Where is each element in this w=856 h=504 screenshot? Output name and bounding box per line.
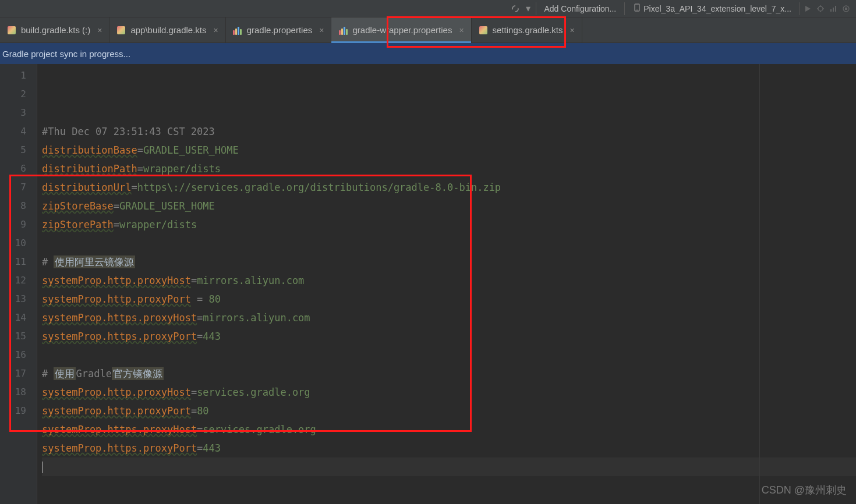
debug-icon[interactable] xyxy=(815,3,826,14)
line-number: 13 xyxy=(0,290,26,308)
code-line[interactable] xyxy=(42,234,856,253)
chevron-down-icon[interactable]: ▾ xyxy=(523,3,533,14)
gutter: 12345678910111213141516171819 xyxy=(0,64,37,504)
svg-point-1 xyxy=(637,9,638,10)
line-number: 14 xyxy=(0,308,26,327)
gradle-icon xyxy=(479,26,488,35)
svg-rect-7 xyxy=(845,8,847,10)
close-icon[interactable]: × xyxy=(457,26,466,35)
close-icon[interactable]: × xyxy=(317,26,326,35)
code-line[interactable] xyxy=(42,346,856,364)
code-line[interactable]: zipStorePath=wrapper/dists xyxy=(42,215,856,234)
close-icon[interactable]: × xyxy=(211,26,221,35)
code-line[interactable]: distributionBase=GRADLE_USER_HOME xyxy=(42,141,856,159)
line-number: 19 xyxy=(0,402,26,420)
top-toolbar: ▾ Add Configuration... Pixel_3a_API_34_e… xyxy=(0,0,856,17)
gradle-icon xyxy=(116,26,126,35)
line-number: 4 xyxy=(0,122,26,141)
code-line[interactable]: systemProp.http.proxyHost=mirrors.aliyun… xyxy=(42,271,856,290)
tab-gradle-properties[interactable]: gradle.properties × xyxy=(226,17,332,42)
run-icon[interactable] xyxy=(802,3,813,14)
code-line[interactable]: systemProp.http.proxyPort=80 xyxy=(42,402,856,420)
code-line[interactable]: systemProp.https.proxyPort=443 xyxy=(42,327,856,346)
code-line[interactable] xyxy=(42,457,856,476)
tab-build-gradle-root[interactable]: build.gradle.kts (:) × xyxy=(0,17,109,42)
tab-label: build.gradle.kts (:) xyxy=(21,25,90,35)
tab-gradle-wrapper-properties[interactable]: gradle-wrapper.properties × xyxy=(331,17,471,42)
tab-settings-gradle[interactable]: settings.gradle.kts × xyxy=(472,17,582,42)
code-line[interactable]: distributionPath=wrapper/dists xyxy=(42,159,856,178)
line-number: 2 xyxy=(0,85,26,104)
separator xyxy=(624,2,625,15)
code-line[interactable]: systemProp.https.proxyHost=services.grad… xyxy=(42,420,856,439)
svg-rect-4 xyxy=(833,8,834,12)
code-line[interactable]: systemProp.https.proxyHost=mirrors.aliyu… xyxy=(42,308,856,327)
code-line[interactable]: systemProp.https.proxyPort=443 xyxy=(42,439,856,457)
line-number: 18 xyxy=(0,383,26,402)
separator xyxy=(800,2,800,15)
profile-icon[interactable] xyxy=(828,3,839,14)
device-icon xyxy=(633,3,641,13)
line-number: 12 xyxy=(0,271,26,290)
sync-icon[interactable] xyxy=(510,3,521,14)
line-number: 9 xyxy=(0,215,26,234)
device-label: Pixel_3a_API_34_extension_level_7_x... xyxy=(643,4,791,13)
code-line[interactable]: # 使用Gradle官方镜像源 xyxy=(42,364,856,383)
line-number: 5 xyxy=(0,141,26,159)
line-number: 16 xyxy=(0,346,26,364)
tab-label: settings.gradle.kts xyxy=(493,25,563,35)
tab-label: app\build.gradle.kts xyxy=(130,25,206,35)
svg-rect-5 xyxy=(835,6,836,12)
svg-rect-3 xyxy=(830,9,832,12)
sync-message: Gradle project sync in progress... xyxy=(2,49,130,59)
code-line[interactable]: systemProp.http.proxyPort = 80 xyxy=(42,290,856,308)
line-number: 1 xyxy=(0,66,26,85)
code-area[interactable]: #Thu Dec 07 23:51:43 CST 2023distributio… xyxy=(37,64,856,504)
line-number: 6 xyxy=(0,159,26,178)
device-selector[interactable]: Pixel_3a_API_34_extension_level_7_x... xyxy=(627,2,797,15)
stop-icon[interactable] xyxy=(841,3,851,14)
code-line[interactable]: distributionUrl=https\://services.gradle… xyxy=(42,178,856,197)
code-line[interactable]: # 使用阿里云镜像源 xyxy=(42,253,856,271)
line-number: 11 xyxy=(0,253,26,271)
watermark: CSDN @豫州刺史 xyxy=(762,483,847,497)
tab-label: gradle.properties xyxy=(247,25,313,35)
editor-tabs: build.gradle.kts (:) × app\build.gradle.… xyxy=(0,17,856,43)
line-number: 17 xyxy=(0,364,26,383)
close-icon[interactable]: × xyxy=(567,26,576,35)
tab-app-build-gradle[interactable]: app\build.gradle.kts × xyxy=(109,17,225,42)
editor: 12345678910111213141516171819 #Thu Dec 0… xyxy=(0,64,856,504)
separator xyxy=(536,2,536,15)
line-number: 7 xyxy=(0,178,26,197)
close-icon[interactable]: × xyxy=(95,26,104,35)
line-number: 10 xyxy=(0,234,26,253)
properties-icon xyxy=(338,26,348,35)
tab-label: gradle-wrapper.properties xyxy=(352,25,452,35)
code-line[interactable]: zipStoreBase=GRADLE_USER_HOME xyxy=(42,197,856,215)
svg-point-2 xyxy=(818,6,823,11)
line-number: 8 xyxy=(0,197,26,215)
line-number: 3 xyxy=(0,104,26,122)
gradle-icon xyxy=(7,26,16,35)
code-line[interactable]: systemProp.http.proxyHost=services.gradl… xyxy=(42,383,856,402)
line-number: 15 xyxy=(0,327,26,346)
sync-notification: Gradle project sync in progress... xyxy=(0,43,856,64)
properties-icon xyxy=(233,26,242,35)
code-line[interactable]: #Thu Dec 07 23:51:43 CST 2023 xyxy=(42,122,856,141)
right-margin-line xyxy=(759,64,760,504)
add-configuration-button[interactable]: Add Configuration... xyxy=(539,2,622,15)
